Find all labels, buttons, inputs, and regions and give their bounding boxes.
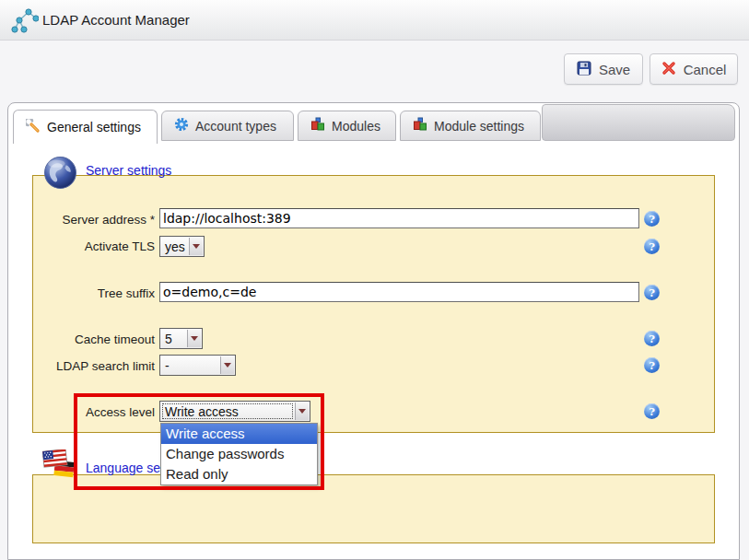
save-button-label: Save [599, 62, 630, 77]
tab-module-settings[interactable]: Module settings [400, 111, 541, 141]
gear-icon [174, 117, 189, 134]
save-button[interactable]: Save [564, 53, 643, 85]
globe-icon [43, 156, 77, 193]
help-icon-activate-tls[interactable]: ? [644, 239, 660, 254]
lam-configuration-page: LDAP Account Manager Save Cancel [0, 0, 749, 560]
blocks-icon [310, 117, 325, 134]
tab-label: Module settings [434, 119, 524, 134]
help-icon-access-level[interactable]: ? [644, 403, 660, 419]
server-address-input[interactable] [159, 208, 639, 228]
title-bar: LDAP Account Manager [0, 0, 749, 41]
cancel-button[interactable]: Cancel [650, 53, 738, 85]
tab-label: Modules [332, 119, 380, 134]
lam-logo-icon [11, 6, 39, 34]
tree-suffix-input[interactable] [159, 282, 639, 302]
activate-tls-label: Activate TLS [26, 239, 155, 253]
selected-value: - [165, 358, 170, 373]
blocks-icon [413, 117, 427, 134]
dropdown-option-read-only[interactable]: Read only [161, 464, 317, 484]
tab-general-settings[interactable]: General settings [13, 110, 158, 144]
dropdown-arrow-icon [187, 330, 201, 347]
floppy-disk-icon [577, 61, 591, 78]
tab-account-types[interactable]: Account types [161, 111, 294, 141]
language-flags-icon [42, 449, 77, 484]
search-limit-select[interactable]: - [159, 355, 236, 376]
dropdown-arrow-icon [295, 402, 309, 420]
dropdown-option-change-passwords[interactable]: Change passwords [161, 444, 317, 464]
tab-label: Account types [195, 119, 276, 134]
language-settings-fieldset [32, 474, 715, 543]
selected-value: 5 [165, 332, 172, 346]
help-icon-tree-suffix[interactable]: ? [644, 285, 660, 300]
tab-label: General settings [47, 120, 141, 134]
tree-suffix-label: Tree suffix [26, 286, 155, 300]
selected-value: Write access [165, 404, 239, 419]
server-settings-legend[interactable]: Server settings [86, 163, 171, 178]
dropdown-arrow-icon [220, 356, 234, 374]
access-level-select[interactable]: Write access [159, 401, 310, 422]
dropdown-arrow-icon [189, 238, 203, 255]
cancel-x-icon [661, 61, 676, 78]
cache-timeout-label: Cache timeout [26, 332, 155, 346]
help-icon-cache-timeout[interactable]: ? [644, 331, 660, 346]
help-icon-search-limit[interactable]: ? [644, 357, 660, 373]
tab-strip-filler [542, 104, 735, 141]
wrench-icon [26, 119, 41, 136]
activate-tls-select[interactable]: yes [159, 236, 205, 257]
cancel-button-label: Cancel [684, 62, 727, 77]
selected-value: yes [165, 239, 185, 254]
app-title: LDAP Account Manager [42, 0, 190, 41]
help-icon-server-address[interactable]: ? [644, 211, 660, 227]
cache-timeout-select[interactable]: 5 [159, 328, 203, 349]
tab-modules[interactable]: Modules [298, 111, 396, 141]
server-address-label: Server address * [26, 213, 155, 227]
search-limit-label: LDAP search limit [26, 359, 155, 373]
access-level-dropdown-list: Write access Change passwords Read only [160, 423, 318, 485]
access-level-label: Access level [26, 405, 155, 419]
dropdown-option-write-access[interactable]: Write access [161, 424, 317, 444]
